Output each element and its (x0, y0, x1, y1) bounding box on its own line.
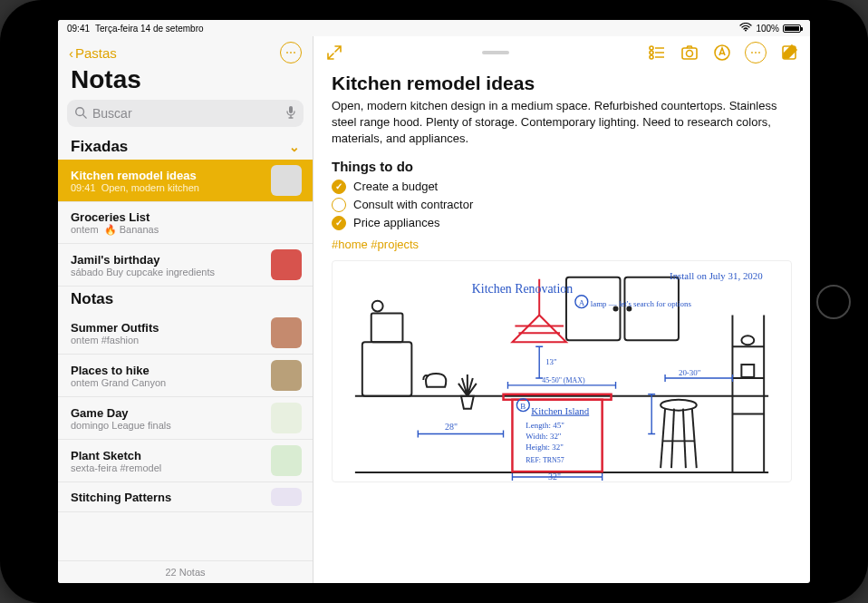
item-thumb (271, 249, 302, 280)
svg-rect-20 (362, 342, 412, 396)
note-more-button[interactable]: ⋯ (745, 42, 767, 63)
svg-line-27 (683, 408, 686, 467)
list-item[interactable]: Stitching Patterns (58, 482, 313, 512)
item-title: Stitching Patterns (71, 491, 264, 504)
item-thumb (271, 488, 302, 506)
svg-point-4 (650, 46, 653, 50)
svg-text:Install on July 31, 2020: Install on July 31, 2020 (670, 269, 763, 280)
item-title: Summer Outfits (71, 321, 264, 335)
more-options-button[interactable]: ⋯ (280, 42, 302, 63)
checkbox-checked-icon[interactable] (332, 180, 346, 194)
back-button[interactable]: ‹ Pastas (69, 45, 117, 61)
checkbox-empty-icon[interactable] (332, 198, 346, 212)
svg-text:Kitchen Island: Kitchen Island (531, 404, 589, 415)
sidebar-footer: 22 Notas (58, 560, 313, 583)
item-title: Jamil's birthday (71, 253, 264, 267)
checklist-icon[interactable] (647, 43, 667, 63)
ellipsis-icon: ⋯ (750, 46, 761, 59)
expand-icon[interactable] (324, 43, 344, 63)
todo-item[interactable]: Create a budget (332, 180, 792, 194)
svg-point-22 (372, 300, 383, 311)
mic-icon[interactable] (285, 105, 296, 122)
item-thumb (271, 445, 302, 476)
svg-text:32": 32" (548, 472, 561, 481)
svg-line-25 (692, 408, 697, 467)
svg-text:REF: TRN57: REF: TRN57 (526, 456, 564, 464)
pinned-list: Kitchen remodel ideas 09:41 Open, modern… (58, 160, 313, 287)
list-item[interactable]: Game Daydomingo League finals (58, 397, 313, 440)
status-time: 09:41 (67, 24, 90, 34)
item-sub: ontem Grand Canyon (71, 377, 264, 388)
search-placeholder: Buscar (92, 106, 132, 121)
todo-label: Create a budget (353, 180, 438, 193)
item-sub: sexta-feira #remodel (71, 462, 264, 473)
todo-label: Price appliances (353, 216, 439, 229)
item-sub: 09:41 Open, modern kitchen (71, 182, 264, 193)
drag-handle-icon[interactable] (482, 51, 509, 54)
search-icon (74, 106, 87, 122)
chevron-left-icon: ‹ (69, 45, 73, 61)
status-bar: 09:41 Terça-feira 14 de setembro 100% (58, 20, 810, 36)
note-toolbar: ⋯ (313, 36, 810, 69)
note-tags[interactable]: #home #projects (332, 238, 792, 251)
svg-rect-15 (624, 277, 679, 339)
ellipsis-icon: ⋯ (285, 46, 296, 59)
svg-text:Length: 45": Length: 45" (526, 421, 564, 430)
search-input[interactable]: Buscar (67, 100, 304, 127)
svg-text:A: A (579, 297, 585, 306)
svg-text:Width: 32": Width: 32" (526, 432, 562, 441)
item-thumb (271, 360, 302, 391)
list-item[interactable]: Kitchen remodel ideas 09:41 Open, modern… (58, 160, 313, 202)
section-notes-header[interactable]: Notas (58, 287, 313, 312)
sidebar-title: Notas (58, 63, 313, 100)
chevron-down-icon: ⌄ (289, 140, 300, 154)
item-sub: ontem 🔥 Bananas (71, 224, 302, 236)
note-content[interactable]: Kitchen remodel ideas Open, modern kitch… (313, 69, 810, 583)
item-title: Plant Sketch (71, 449, 264, 462)
todo-item[interactable]: Consult with contractor (332, 198, 792, 212)
svg-line-26 (671, 408, 674, 467)
svg-text:13": 13" (545, 357, 557, 366)
section-notes-label: Notas (71, 290, 113, 308)
item-title: Kitchen remodel ideas (71, 169, 264, 182)
svg-point-0 (745, 30, 747, 32)
item-title: Game Day (71, 406, 264, 420)
markup-icon[interactable] (712, 43, 732, 63)
battery-icon (783, 24, 801, 33)
list-item[interactable]: Plant Sketchsexta-feira #remodel (58, 440, 313, 482)
notes-list: Summer Outfitsontem #fashion Places to h… (58, 312, 313, 512)
svg-line-2 (83, 114, 87, 118)
svg-rect-14 (566, 277, 621, 339)
svg-point-23 (661, 399, 697, 410)
item-thumb (271, 165, 302, 196)
section-pinned-label: Fixadas (71, 138, 128, 156)
svg-text:Kitchen Renovation: Kitchen Renovation (472, 281, 573, 295)
list-item[interactable]: Places to hikeontem Grand Canyon (58, 355, 313, 397)
svg-rect-35 (741, 365, 754, 377)
section-pinned-header[interactable]: Fixadas ⌄ (58, 134, 313, 160)
note-title: Kitchen remodel ideas (332, 73, 792, 94)
svg-point-34 (741, 336, 754, 345)
compose-icon[interactable] (779, 43, 799, 63)
camera-icon[interactable] (680, 43, 699, 63)
item-sub: ontem #fashion (71, 335, 264, 345)
checkbox-checked-icon[interactable] (332, 216, 346, 230)
back-label: Pastas (75, 45, 117, 61)
item-title: Places to hike (71, 364, 264, 377)
svg-line-24 (661, 408, 665, 467)
svg-text:20-30": 20-30" (679, 368, 701, 377)
todo-item[interactable]: Price appliances (332, 216, 792, 230)
battery-pct: 100% (756, 24, 779, 34)
main-pane: ⋯ Kitchen remodel ideas Open, modern kit… (313, 36, 810, 583)
home-button[interactable] (816, 285, 851, 319)
status-date: Terça-feira 14 de setembro (95, 24, 204, 34)
svg-text:lamp — let's search for option: lamp — let's search for options (591, 298, 692, 307)
list-item[interactable]: Jamil's birthday sábado Buy cupcake ingr… (58, 244, 313, 287)
svg-point-11 (687, 51, 693, 57)
svg-rect-21 (371, 313, 403, 342)
list-item[interactable]: Summer Outfitsontem #fashion (58, 312, 313, 355)
list-item[interactable]: Groceries List ontem 🔥 Bananas (58, 202, 313, 244)
note-sketch[interactable]: Kitchen Renovation Install on July 31, 2… (332, 260, 792, 482)
sidebar: ‹ Pastas ⋯ Notas Buscar (58, 36, 313, 583)
item-sub: sábado Buy cupcake ingredients (71, 267, 264, 277)
